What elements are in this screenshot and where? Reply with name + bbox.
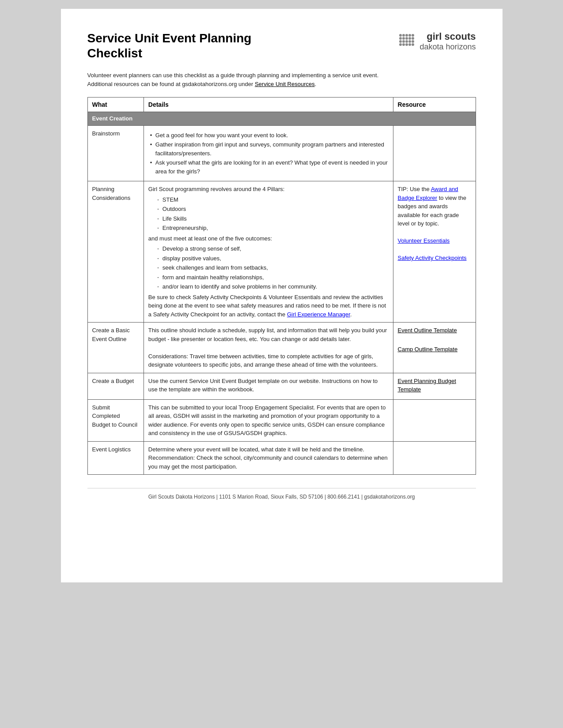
brainstorm-bullet-2: Gather inspiration from girl input and s… [148,140,389,158]
event-outline-p2: Considerations: Travel time between acti… [148,352,389,369]
svg-point-0 [399,34,402,37]
col-header-details: Details [144,98,393,112]
table-row-planning-considerations: Planning Considerations Girl Scout progr… [87,181,476,323]
what-submit-budget: Submit Completed Budget to Council [87,399,144,441]
submit-budget-text: This can be submitted to your local Troo… [148,404,386,437]
details-submit-budget: This can be submitted to your local Troo… [144,399,393,441]
table-row-event-outline: Create a Basic Event Outline This outlin… [87,323,476,373]
logo-text: girl scouts dakota horizons [419,31,476,52]
table-row-budget: Create a Budget Use the current Service … [87,373,476,399]
resource-event-outline: Event Outline Template Camp Outline Temp… [393,323,476,373]
pillar-life-skills: Life Skills [155,214,389,223]
page-title: Service Unit Event Planning Checklist [87,31,273,60]
details-event-logistics: Determine where your event will be locat… [144,441,393,475]
details-brainstorm: Get a good feel for how you want your ev… [144,125,393,181]
event-outline-resources: Event Outline Template Camp Outline Temp… [398,326,471,354]
brainstorm-bullet-1: Get a good feel for how you want your ev… [148,131,389,140]
resource-submit-budget [393,399,476,441]
page-footer: Girl Scouts Dakota Horizons | 1101 S Mar… [87,488,476,500]
svg-point-4 [412,34,414,37]
svg-point-18 [408,43,411,46]
what-planning: Planning Considerations [87,181,144,323]
event-logistics-text: Determine where your event will be locat… [148,446,388,470]
logo-girl-scouts: girl scouts [419,31,476,42]
what-budget: Create a Budget [87,373,144,399]
checklist-table: What Details Resource Event Creation Bra… [87,97,476,475]
award-badge-explorer-link[interactable]: Award and Badge Explorer [398,186,458,201]
event-outline-p1: This outline should include a schedule, … [148,326,389,343]
logo-area: girl scouts dakota horizons [397,31,476,52]
svg-point-13 [408,40,411,43]
resource-event-logistics [393,441,476,475]
page: Service Unit Event Planning Checklist [61,9,503,582]
budget-text: Use the current Service Unit Event Budge… [148,378,378,393]
pillar-outdoors: Outdoors [155,205,389,214]
budget-resources: Event Planning Budget Template [398,377,471,394]
camp-outline-template-link[interactable]: Camp Outline Template [398,345,471,354]
svg-point-8 [408,37,411,40]
table-row-event-logistics: Event Logistics Determine where your eve… [87,441,476,475]
outcome-3: seek challenges and learn from setbacks, [155,263,389,272]
svg-point-9 [412,37,414,40]
intro-text-1: Volunteer event planners can use this ch… [87,72,379,79]
svg-point-1 [402,34,405,37]
outcome-4: form and maintain healthy relationships, [155,273,389,282]
tip-text: TIP: Use the Award and Badge Explorer to… [398,185,471,228]
col-header-what: What [87,98,144,112]
page-header: Service Unit Event Planning Checklist [87,31,476,60]
svg-point-19 [412,43,414,46]
svg-point-12 [405,40,408,43]
svg-point-6 [402,37,405,40]
outcome-5: and/or learn to identify and solve probl… [155,282,389,291]
table-row-brainstorm: Brainstorm Get a good feel for how you w… [87,125,476,181]
svg-point-16 [402,43,405,46]
col-header-resource: Resource [393,98,476,112]
section-event-creation: Event Creation [87,112,476,126]
what-event-outline: Create a Basic Event Outline [87,323,144,373]
outcome-1: Develop a strong sense of self, [155,244,389,253]
pillars-list: STEM Outdoors Life Skills Entrepreneursh… [155,195,389,233]
what-event-logistics: Event Logistics [87,441,144,475]
details-planning: Girl Scout programming revolves around t… [144,181,393,323]
resource-brainstorm [393,125,476,181]
resource-planning: TIP: Use the Award and Badge Explorer to… [393,181,476,323]
event-outline-template-link[interactable]: Event Outline Template [398,326,471,335]
svg-point-5 [399,37,402,40]
outcomes-intro: and must meet at least one of the five o… [148,235,272,242]
svg-point-3 [408,34,411,37]
planning-intro: Girl Scout programming revolves around t… [148,186,285,192]
intro-link[interactable]: Service Unit Resources [255,81,315,87]
resource-budget: Event Planning Budget Template [393,373,476,399]
footer-text: Girl Scouts Dakota Horizons | 1101 S Mar… [148,494,415,500]
svg-point-15 [399,43,402,46]
pillar-entrepreneurship: Entrepreneurship, [155,224,389,233]
svg-point-7 [405,37,408,40]
what-brainstorm: Brainstorm [87,125,144,181]
details-budget: Use the current Service Unit Event Budge… [144,373,393,399]
svg-point-17 [405,43,408,46]
logo-dakota-horizons: dakota horizons [419,42,476,52]
planning-period: . [350,311,352,318]
svg-point-10 [399,40,402,43]
intro-text-2: Additional resources can be found at gsd… [87,81,255,87]
logo-top: girl scouts dakota horizons [397,31,476,52]
event-planning-budget-template-link[interactable]: Event Planning Budget Template [398,377,471,394]
safety-activity-checkpoints-link[interactable]: Safety Activity Checkpoints [398,255,467,261]
svg-point-2 [405,34,408,37]
svg-point-11 [402,40,405,43]
pillar-stem: STEM [155,195,389,204]
svg-point-14 [412,40,414,43]
volunteer-essentials-link[interactable]: Volunteer Essentials [398,237,450,244]
details-event-outline: This outline should include a schedule, … [144,323,393,373]
table-row-submit-budget: Submit Completed Budget to Council This … [87,399,476,441]
intro-paragraph: Volunteer event planners can use this ch… [87,71,476,88]
section-event-creation-label: Event Creation [87,112,476,126]
girl-experience-manager-link[interactable]: Girl Experience Manager [287,311,350,318]
brainstorm-bullet-3: Ask yourself what the girls are looking … [148,158,389,176]
girl-scouts-icon [397,32,416,51]
outcome-2: display positive values, [155,254,389,263]
brainstorm-bullet-list: Get a good feel for how you want your ev… [148,131,389,176]
outcomes-list: Develop a strong sense of self, display … [155,244,389,291]
